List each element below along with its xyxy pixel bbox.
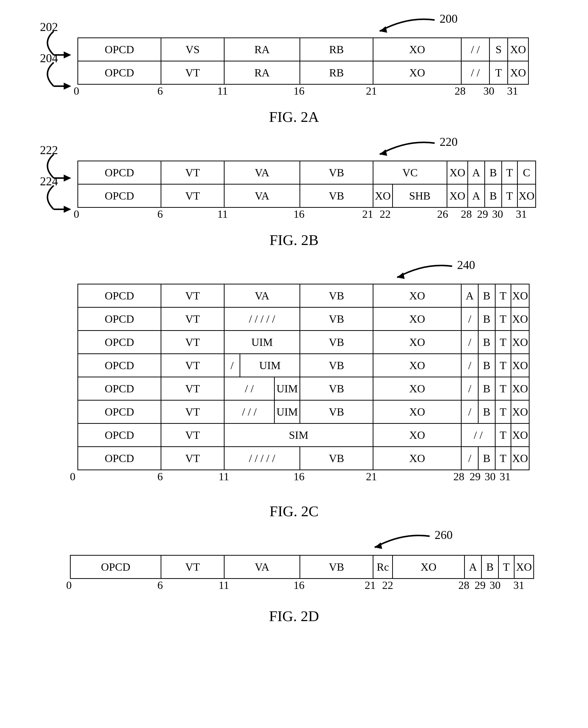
fig2c-r6: OPCDVT / / / UIM VBXO /BTXO	[78, 400, 529, 424]
fig2b-row1: OPCD VT VA VB VC XO A B T C	[78, 161, 536, 184]
fig2a-bitscale: 0 6 11 16 21 28 30 31	[78, 85, 527, 100]
fig2a-row1: OPCD VS RA RB XO / / S XO	[78, 38, 528, 61]
fig2c-r2: OPCDVT / / / / / VBXO /BTXO	[78, 307, 529, 331]
fig2d-row: OPCD VT VA VB Rc XO A B T XO	[70, 555, 534, 579]
side-label-202: 202	[40, 20, 58, 34]
fig2b-caption: FIG. 2B	[40, 232, 548, 249]
figure-2b: 220 222 224 OPCD VT VA VB VC XO A B T C …	[40, 160, 548, 249]
fig2c-r3: OPCDVT UIM VBXO /BTXO	[78, 331, 529, 354]
fig2c-r1: OPCD VT VA VB XO A B T XO	[78, 284, 529, 307]
svg-marker-6	[64, 175, 71, 181]
figure-2c: 240 OPCD VT VA VB XO A B T XO OPCDVT / /…	[40, 284, 548, 520]
fig2c-r4: OPCDVT / UIM VBXO /BTXO	[78, 354, 529, 377]
svg-marker-3	[64, 83, 71, 90]
side-label-224: 224	[40, 174, 58, 188]
fig2c-r7: OPCDVT SIM XO / /TXO	[78, 424, 529, 447]
fig2b-bitscale: 0 6 11 16 21 22 26 28 29 30 31	[78, 208, 532, 223]
fig2c-bitscale: 0 6 11 16 21 28 29 30 31	[70, 470, 525, 485]
fig2d-table: OPCD VT VA VB Rc XO A B T XO	[70, 555, 534, 579]
figure-2d: 260 OPCD VT VA VB Rc XO A B T XO 0 6 11 …	[40, 555, 548, 625]
fig2b-table: OPCD VT VA VB VC XO A B T C OPCD VT VA V…	[78, 160, 536, 208]
fig2c-r8: OPCDVT / / / / / VBXO /BTXO	[78, 447, 529, 470]
svg-marker-8	[64, 206, 71, 213]
side-label-222: 222	[40, 143, 58, 157]
side-label-204: 204	[40, 51, 58, 65]
fig2b-row2: OPCD VT VA VB XO SHB XO A B T XO	[78, 184, 536, 208]
fig2c-table: OPCD VT VA VB XO A B T XO OPCDVT / / / /…	[78, 284, 529, 470]
figure-2a: 200 202 204 OPCD VS RA RB XO / / S XO OP…	[40, 38, 548, 126]
fig2a-row2: OPCD VT RA RB XO / / T XO	[78, 61, 528, 84]
fig2c-caption: FIG. 2C	[40, 503, 548, 520]
svg-marker-1	[64, 51, 71, 59]
fig2d-bitscale: 0 6 11 16 21 22 28 29 30 31	[70, 579, 532, 594]
fig2a-table: OPCD VS RA RB XO / / S XO OPCD VT RA RB …	[78, 38, 529, 85]
fig2d-caption: FIG. 2D	[40, 607, 548, 625]
fig2c-r5: OPCDVT / / UIM VBXO /BTXO	[78, 377, 529, 400]
fig2a-caption: FIG. 2A	[40, 108, 548, 126]
